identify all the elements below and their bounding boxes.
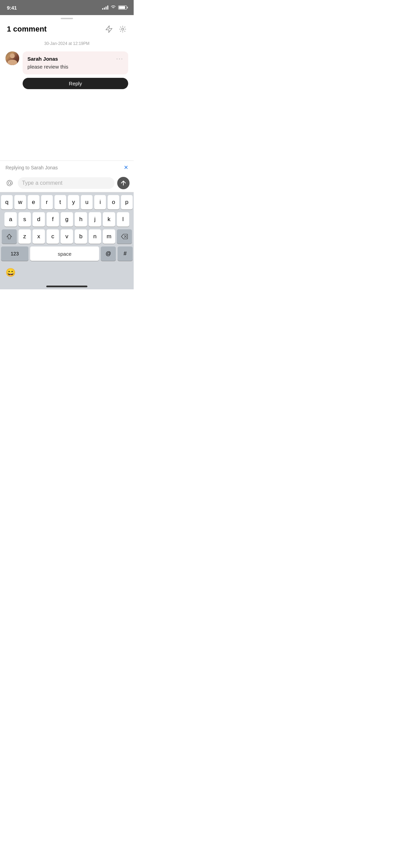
key-d[interactable]: d bbox=[33, 212, 45, 227]
key-u[interactable]: u bbox=[81, 195, 93, 209]
key-n[interactable]: n bbox=[89, 229, 101, 244]
keyboard: q w e r t y u i o p a s d f g h j k bbox=[0, 192, 134, 265]
key-f[interactable]: f bbox=[47, 212, 59, 227]
reply-button[interactable]: Reply bbox=[23, 78, 128, 89]
comment-input[interactable] bbox=[18, 177, 114, 189]
key-z[interactable]: z bbox=[19, 229, 31, 244]
status-time: 9:41 bbox=[7, 5, 17, 11]
keyboard-row-1: q w e r t y u i o p bbox=[1, 195, 133, 209]
drag-handle bbox=[0, 15, 134, 21]
status-bar: 9:41 bbox=[0, 0, 134, 15]
main-content: 30-Jan-2024 at 12:19PM Sarah Jonas ··· p… bbox=[0, 38, 134, 289]
key-v[interactable]: v bbox=[61, 229, 73, 244]
send-button[interactable] bbox=[117, 177, 130, 189]
keyboard-row-3: z x c v b n m bbox=[1, 229, 133, 244]
wifi-icon bbox=[110, 5, 116, 10]
spacer bbox=[0, 89, 134, 160]
shift-key[interactable] bbox=[2, 229, 17, 244]
hash-key[interactable]: # bbox=[118, 246, 133, 261]
settings-icon[interactable] bbox=[119, 25, 127, 33]
page-title: 1 comment bbox=[7, 25, 47, 34]
at-key[interactable]: @ bbox=[101, 246, 116, 261]
header: 1 comment bbox=[0, 21, 134, 38]
comment-text: please review this bbox=[27, 63, 123, 70]
comment-item: Sarah Jonas ··· please review this bbox=[0, 51, 134, 74]
emoji-bar: 😄 bbox=[0, 265, 134, 284]
key-i[interactable]: i bbox=[94, 195, 106, 209]
comment-bubble: Sarah Jonas ··· please review this bbox=[23, 51, 128, 74]
keyboard-row-4: 123 space @ # bbox=[1, 246, 133, 261]
home-indicator bbox=[0, 284, 134, 289]
key-y[interactable]: y bbox=[68, 195, 80, 209]
battery-icon bbox=[118, 5, 127, 10]
key-x[interactable]: x bbox=[33, 229, 45, 244]
key-k[interactable]: k bbox=[103, 212, 115, 227]
key-l[interactable]: l bbox=[117, 212, 129, 227]
space-key[interactable]: space bbox=[30, 246, 99, 261]
numbers-key[interactable]: 123 bbox=[1, 246, 28, 261]
comment-input-row bbox=[0, 174, 134, 192]
key-e[interactable]: e bbox=[28, 195, 39, 209]
key-h[interactable]: h bbox=[75, 212, 87, 227]
key-p[interactable]: p bbox=[121, 195, 133, 209]
key-o[interactable]: o bbox=[108, 195, 119, 209]
key-r[interactable]: r bbox=[41, 195, 53, 209]
emoji-button[interactable]: 😄 bbox=[5, 268, 16, 277]
lightning-icon[interactable] bbox=[105, 25, 113, 33]
key-g[interactable]: g bbox=[61, 212, 73, 227]
key-s[interactable]: s bbox=[19, 212, 31, 227]
date-label: 30-Jan-2024 at 12:19PM bbox=[0, 38, 134, 51]
home-bar bbox=[46, 286, 87, 287]
key-c[interactable]: c bbox=[47, 229, 59, 244]
key-t[interactable]: t bbox=[54, 195, 66, 209]
signal-icon bbox=[102, 5, 108, 10]
reply-context-text: Replying to Sarah Jonas bbox=[5, 165, 58, 170]
key-b[interactable]: b bbox=[75, 229, 87, 244]
keyboard-row-2: a s d f g h j k l bbox=[1, 212, 133, 227]
delete-key[interactable] bbox=[117, 229, 132, 244]
comment-menu-icon[interactable]: ··· bbox=[116, 56, 123, 62]
key-j[interactable]: j bbox=[89, 212, 101, 227]
at-mention-icon[interactable] bbox=[4, 178, 15, 189]
key-a[interactable]: a bbox=[4, 212, 17, 227]
key-m[interactable]: m bbox=[103, 229, 115, 244]
status-icons bbox=[102, 5, 127, 10]
comment-author: Sarah Jonas bbox=[27, 56, 58, 62]
reply-close-button[interactable]: ✕ bbox=[124, 164, 128, 171]
reply-context-bar: Replying to Sarah Jonas ✕ bbox=[0, 160, 134, 174]
svg-point-0 bbox=[122, 28, 124, 30]
header-icons bbox=[105, 25, 127, 33]
avatar bbox=[5, 51, 19, 65]
key-w[interactable]: w bbox=[14, 195, 26, 209]
key-q[interactable]: q bbox=[1, 195, 13, 209]
